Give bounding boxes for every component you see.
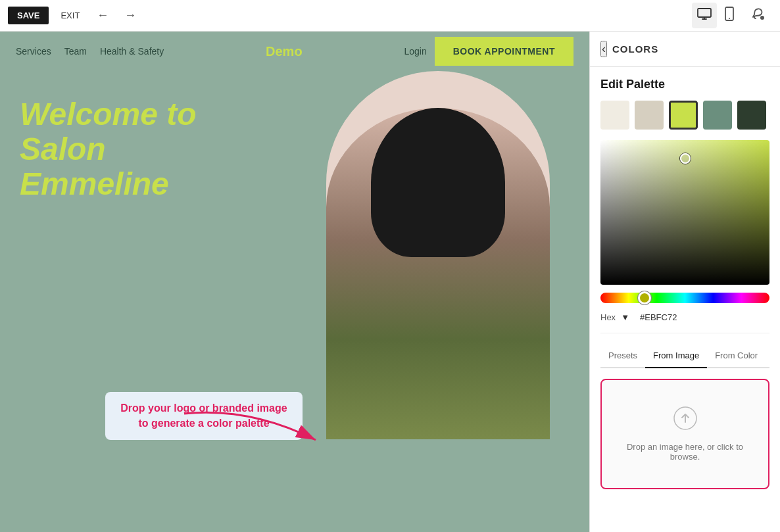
panel-header: ‹ COLORS [590, 32, 780, 67]
hue-thumb[interactable] [638, 291, 651, 304]
svg-rect-0 [698, 9, 711, 17]
hex-label: Hex [600, 312, 616, 322]
nav-services[interactable]: Services [16, 46, 51, 57]
mobile-icon [725, 7, 734, 21]
swatch-5[interactable] [737, 101, 766, 130]
paint-icon [751, 7, 766, 21]
hex-row: Hex ▼ #EBFC72 [600, 312, 769, 333]
paint-button[interactable] [744, 3, 772, 28]
svg-point-2 [729, 18, 730, 19]
svg-point-3 [760, 16, 764, 20]
drop-zone-text: Drop an image here, or click to browse. [615, 442, 755, 462]
hero-title: Welcome to Salon Emmeline [20, 97, 230, 201]
hex-dropdown[interactable]: ▼ [621, 312, 629, 322]
site-navbar: Services Team Health & Safety Demo Login… [0, 32, 589, 71]
desktop-icon [697, 8, 712, 20]
toolbar: SAVE EXIT ← → [0, 0, 780, 32]
edit-palette-heading: Edit Palette [600, 78, 769, 91]
save-button[interactable]: SAVE [8, 7, 49, 24]
book-appointment-button[interactable]: BOOK APPOINTMENT [435, 37, 573, 66]
hue-slider[interactable] [600, 293, 769, 303]
color-swatches [600, 101, 769, 130]
upload-icon [673, 406, 697, 435]
undo-icon: ← [97, 9, 109, 22]
right-panel: ‹ COLORS Edit Palette Hex [589, 32, 780, 532]
image-drop-zone[interactable]: Drop an image here, or click to browse. [600, 379, 769, 489]
nav-links: Services Team Health & Safety [16, 46, 164, 57]
hex-value: #EBFC72 [640, 312, 677, 322]
exit-button[interactable]: EXIT [54, 7, 86, 24]
tab-from-image[interactable]: From Image [645, 344, 707, 368]
swatch-2[interactable] [635, 101, 664, 130]
swatch-3[interactable] [669, 101, 698, 130]
hero-image [326, 71, 550, 439]
mobile-view-button[interactable] [719, 3, 739, 28]
canvas-area: Services Team Health & Safety Demo Login… [0, 32, 589, 532]
device-switcher [692, 3, 739, 28]
panel-body: Edit Palette Hex ▼ [590, 67, 780, 500]
nav-team[interactable]: Team [64, 46, 87, 57]
nav-right: Login BOOK APPOINTMENT [404, 37, 573, 66]
desktop-view-button[interactable] [692, 3, 717, 28]
site-logo: Demo [164, 44, 404, 59]
picker-cursor[interactable] [680, 153, 691, 164]
undo-button[interactable]: ← [91, 5, 114, 26]
color-picker-gradient[interactable] [600, 140, 769, 285]
person-image [326, 108, 550, 439]
main-area: Services Team Health & Safety Demo Login… [0, 32, 780, 532]
swatch-4[interactable] [703, 101, 732, 130]
redo-button[interactable]: → [119, 5, 141, 26]
chevron-down-icon: ▼ [621, 312, 629, 322]
tab-from-color[interactable]: From Color [707, 344, 766, 368]
callout-arrow [184, 400, 329, 453]
panel-tabs: Presets From Image From Color [600, 344, 769, 368]
nav-health-safety[interactable]: Health & Safety [100, 46, 164, 57]
panel-title: COLORS [612, 43, 658, 55]
tab-presets[interactable]: Presets [600, 344, 645, 368]
redo-icon: → [124, 9, 136, 22]
login-link[interactable]: Login [404, 46, 426, 57]
panel-back-button[interactable]: ‹ [600, 41, 607, 57]
swatch-1[interactable] [600, 101, 629, 130]
